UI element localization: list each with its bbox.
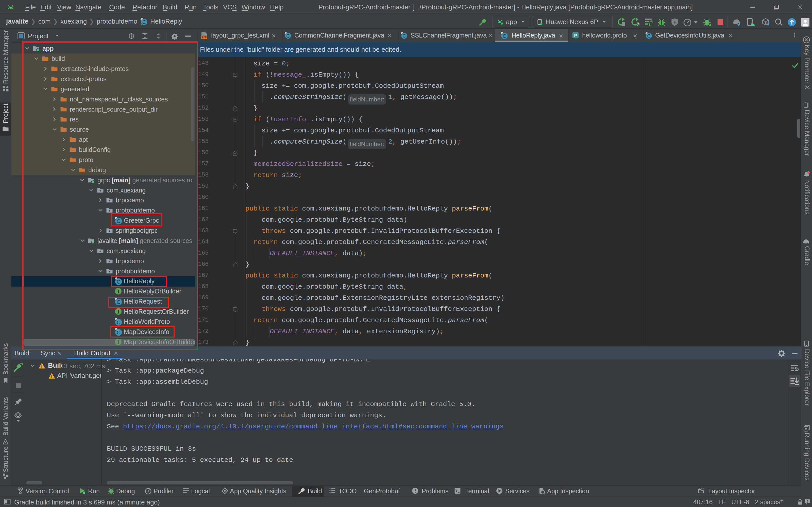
svg-text:A: A (637, 22, 640, 26)
svg-text:</>: </> (201, 36, 207, 39)
svg-text:P: P (574, 33, 577, 38)
